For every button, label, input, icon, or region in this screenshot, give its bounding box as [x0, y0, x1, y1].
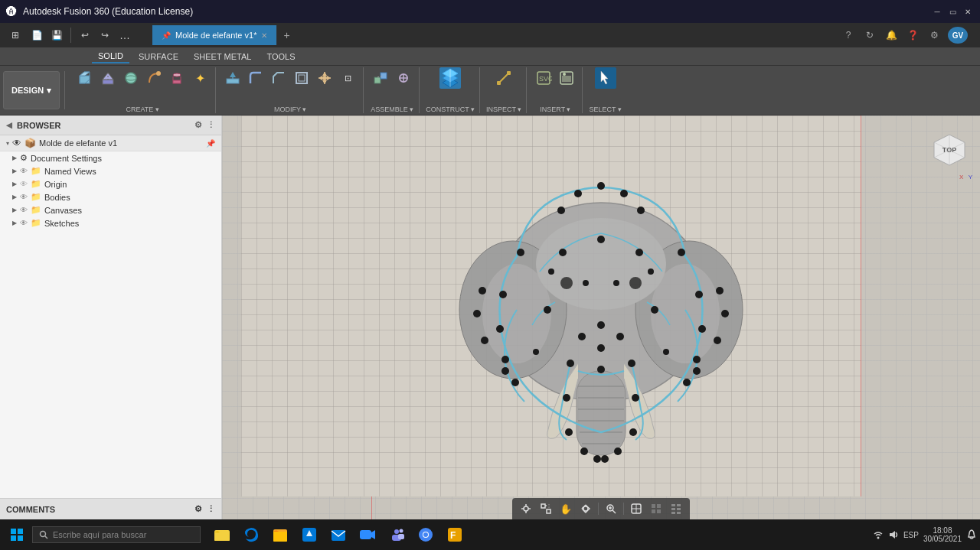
- tree-item-named-views[interactable]: ▶ 👁 📁 Named Views: [0, 164, 221, 177]
- tab-tools[interactable]: TOOLS: [260, 50, 301, 63]
- taskbar-app-edge[interactable]: [237, 521, 265, 548]
- design-button[interactable]: DESIGN ▾: [3, 71, 60, 109]
- comments-resize-icon[interactable]: ⋮: [207, 504, 215, 514]
- tree-item-sketches[interactable]: ▶ 👁 📁 Sketches: [0, 216, 221, 229]
- sweep-tool-icon[interactable]: [143, 67, 165, 89]
- tab-sheet-metal[interactable]: SHEET METAL: [188, 50, 257, 63]
- svg-rect-162: [398, 534, 404, 539]
- svg-marker-24: [318, 76, 322, 80]
- bodies-eye[interactable]: 👁: [20, 193, 28, 201]
- construct-plane-icon[interactable]: [439, 67, 461, 89]
- grid-button[interactable]: [647, 500, 665, 517]
- root-visibility-icon[interactable]: 👁: [12, 138, 21, 148]
- extrude-tool-icon[interactable]: [97, 67, 119, 89]
- tree-item-canvases[interactable]: ▶ 👁 📁 Canvases: [0, 203, 221, 216]
- zoom-button[interactable]: [602, 500, 620, 517]
- svg-rect-137: [652, 509, 655, 513]
- document-tab-active[interactable]: 📌 Molde de elefante v1* ✕: [152, 25, 277, 45]
- taskbar-search[interactable]: Escribe aquí para buscar: [32, 526, 201, 543]
- taskbar-app-store[interactable]: [296, 521, 323, 548]
- root-pin-icon[interactable]: 📌: [206, 139, 215, 148]
- fit-button[interactable]: [537, 500, 555, 517]
- more-button[interactable]: …: [116, 26, 134, 44]
- taskbar-app-mail[interactable]: [325, 521, 352, 548]
- notification-icon[interactable]: 🔔: [884, 28, 899, 43]
- tab-solid[interactable]: SOLID: [92, 50, 129, 63]
- user-avatar[interactable]: GV: [948, 27, 968, 44]
- create-more-icon[interactable]: ✦: [189, 67, 211, 89]
- fillet-icon[interactable]: [245, 67, 266, 89]
- sketches-eye[interactable]: 👁: [20, 219, 28, 227]
- tree-item-document-settings[interactable]: ▶ ⚙ Document Settings: [0, 151, 221, 164]
- shell-icon[interactable]: [291, 67, 312, 89]
- box-tool-icon[interactable]: [74, 67, 96, 89]
- taskbar-app-chrome[interactable]: [412, 521, 439, 548]
- minimize-button[interactable]: ─: [931, 5, 943, 18]
- taskbar-app-explorer[interactable]: [208, 521, 236, 548]
- construct-label[interactable]: CONSTRUCT: [426, 106, 475, 113]
- insert-svg-icon[interactable]: SVG: [533, 67, 554, 89]
- move-icon[interactable]: [314, 67, 335, 89]
- tree-item-origin[interactable]: ▶ 👁 📁 Origin: [0, 177, 221, 190]
- refresh-icon[interactable]: ↻: [862, 28, 877, 43]
- add-tab-button[interactable]: +: [277, 29, 296, 41]
- tree-root-item[interactable]: ▾ 👁 📦 Molde de elefante v1 📌: [0, 135, 221, 151]
- press-pull-icon[interactable]: [222, 67, 243, 89]
- browser-resize-handle[interactable]: ⋮: [207, 120, 215, 130]
- loft-tool-icon[interactable]: [166, 67, 188, 89]
- insert-icons: SVG: [533, 67, 577, 89]
- create-label[interactable]: CREATE: [126, 106, 159, 113]
- tree-item-bodies[interactable]: ▶ 👁 📁 Bodies: [0, 190, 221, 203]
- help-icon[interactable]: ?: [841, 28, 856, 43]
- question-icon[interactable]: ❓: [905, 28, 920, 43]
- canvases-eye[interactable]: 👁: [20, 206, 28, 214]
- app-menu-icon[interactable]: ⊞: [6, 26, 24, 44]
- select-label[interactable]: SELECT: [589, 106, 621, 113]
- insert-canvas-icon[interactable]: [556, 67, 577, 89]
- view-cube[interactable]: TOP X Y: [926, 123, 972, 177]
- save-button[interactable]: 💾: [47, 26, 66, 44]
- close-button[interactable]: ✕: [962, 5, 974, 18]
- revolve-tool-icon[interactable]: [120, 67, 142, 89]
- inspect-label[interactable]: INSPECT: [486, 106, 521, 113]
- maximize-button[interactable]: ▭: [946, 5, 959, 18]
- svg-point-112: [613, 280, 619, 286]
- display-mode-button[interactable]: [627, 500, 645, 517]
- svg-marker-26: [327, 76, 331, 80]
- browser-settings-icon[interactable]: ⚙: [194, 120, 202, 130]
- origin-eye[interactable]: 👁: [20, 180, 28, 188]
- browser-collapse-icon[interactable]: ◀: [6, 121, 12, 129]
- named-views-eye[interactable]: 👁: [20, 167, 28, 175]
- measure-icon[interactable]: [493, 67, 514, 89]
- taskbar-app-zoom[interactable]: [354, 521, 381, 548]
- new-component-icon[interactable]: [370, 67, 391, 89]
- insert-label[interactable]: INSERT: [540, 106, 570, 113]
- chamfer-icon[interactable]: [268, 67, 289, 89]
- modify-section: ⊡ MODIFY: [217, 67, 364, 113]
- undo-button[interactable]: ↩: [76, 26, 94, 44]
- tab-surface[interactable]: SURFACE: [132, 50, 185, 63]
- redo-button[interactable]: ↪: [96, 26, 114, 44]
- environment-button[interactable]: [667, 500, 685, 517]
- modify-more-icon[interactable]: ⊡: [337, 67, 358, 89]
- new-file-button[interactable]: 📄: [28, 26, 46, 44]
- taskbar-app-fusion[interactable]: F: [441, 521, 469, 548]
- settings-icon[interactable]: ⚙: [926, 28, 942, 43]
- tab-close-button[interactable]: ✕: [261, 31, 267, 40]
- assemble-label[interactable]: ASSEMBLE: [371, 106, 413, 113]
- modify-label[interactable]: MODIFY: [274, 106, 306, 113]
- start-button[interactable]: [3, 521, 31, 548]
- taskbar-app-files[interactable]: [266, 521, 294, 548]
- pan-button[interactable]: ✋: [557, 500, 575, 517]
- notification-bell-icon[interactable]: [966, 529, 977, 540]
- bodies-label: Bodies: [44, 193, 70, 202]
- comments-settings-icon[interactable]: ⚙: [194, 504, 202, 514]
- taskbar-app-teams[interactable]: [383, 521, 410, 548]
- orbit-button[interactable]: [577, 500, 595, 517]
- select-icon[interactable]: [595, 67, 616, 89]
- viewport[interactable]: TOP X Y ✋: [222, 116, 980, 519]
- canvases-folder: 📁: [31, 205, 41, 215]
- pivot-button[interactable]: [517, 500, 535, 517]
- joint-icon[interactable]: [393, 67, 414, 89]
- taskbar-apps: F: [208, 521, 469, 548]
